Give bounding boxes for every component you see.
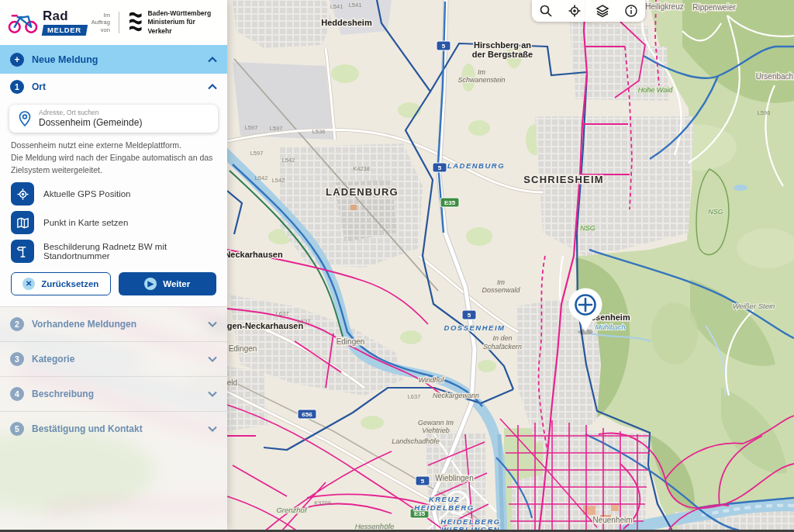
map-label: Ursenbach: [756, 72, 793, 81]
sidebar: Rad MELDER Im Auftrag von Baden-Württemb…: [0, 0, 227, 530]
radmelder-bike-logo-icon: [8, 10, 38, 35]
step-label: Vorhandene Meldungen: [32, 319, 136, 330]
x-circle-icon: ✕: [22, 278, 35, 290]
svg-text:656: 656: [302, 411, 312, 418]
step-number-badge: 3: [10, 352, 24, 366]
map-label: der Bergstraße: [472, 50, 533, 59]
set-point-on-map-action[interactable]: Punkt in Karte setzen: [11, 211, 216, 234]
next-button[interactable]: ▶ Weiter: [119, 272, 217, 295]
gps-target-icon: [11, 182, 34, 206]
search-value: Dossenheim (Gemeinde): [39, 117, 142, 129]
step-header-kategorie[interactable]: 3 Kategorie: [0, 341, 227, 376]
map-label: Dossenwald: [482, 286, 520, 294]
map-label: Im: [497, 278, 506, 286]
logo-badge: MELDER: [42, 25, 88, 36]
map-label: L637: [298, 318, 311, 325]
map-label: Rippenweier: [692, 3, 736, 12]
address-search-field[interactable]: Adresse, Ort suchen Dossenheim (Gemeinde…: [9, 105, 218, 133]
app-header: Rad MELDER Im Auftrag von Baden-Württemb…: [0, 0, 227, 45]
map-label: L541: [330, 3, 343, 10]
map-label: L597: [250, 150, 264, 157]
map-label: HEIDELBERG: [414, 503, 474, 512]
map-label: Grenzhof: [276, 506, 307, 514]
signpost-action[interactable]: Beschilderung Radnetz BW mit Standortnum…: [11, 240, 216, 263]
location-pin-icon: [17, 110, 33, 127]
map-label: Wieblingen: [435, 474, 473, 482]
reset-button[interactable]: ✕ Zurücksetzen: [11, 272, 111, 295]
chevron-up-icon: [208, 84, 217, 90]
step-label: Bestätigung und Kontakt: [32, 423, 143, 434]
map-label: KREUZ: [429, 495, 460, 503]
road-shield: 656: [298, 409, 316, 419]
step-number-badge: 2: [10, 317, 24, 331]
step-number-badge: 1: [10, 80, 24, 94]
map-label: LADENBURG: [447, 161, 505, 170]
road-shield: 5: [462, 310, 476, 320]
step-label: Ort: [32, 81, 46, 92]
map-label: Landschadhöfe: [392, 437, 440, 445]
map-label: Gewann Im: [418, 419, 454, 427]
step-header-vorhandene-meldungen[interactable]: 2 Vorhandene Meldungen: [0, 306, 227, 341]
map-label: LADENBURG: [326, 186, 399, 198]
svg-text:5: 5: [442, 43, 446, 50]
map-label: L536: [312, 128, 326, 135]
map-label: K4238: [353, 165, 370, 172]
map-label: DOSSENHEIM: [444, 323, 506, 332]
road-shield: 5: [437, 41, 451, 50]
map-label: Heddesheim: [321, 18, 372, 27]
map-label: L542: [282, 157, 295, 164]
step-header-bestaetigung-und-kontakt[interactable]: 5 Bestätigung und Kontakt: [0, 411, 227, 446]
chevron-down-icon: [208, 426, 217, 432]
reset-button-label: Zurücksetzen: [41, 279, 98, 288]
commission-text: Im Auftrag von: [91, 12, 110, 33]
chevron-down-icon: [208, 356, 217, 362]
map-label: Hohe Waid: [638, 86, 673, 94]
map-label: Hirschberg an: [474, 40, 531, 50]
map-label: L596: [758, 109, 771, 116]
map-label: L597: [270, 125, 283, 132]
layers-icon[interactable]: [594, 2, 611, 19]
logo-main: Rad: [43, 9, 87, 22]
gps-position-action[interactable]: Aktuelle GPS Position: [11, 182, 216, 206]
chevron-down-icon: [208, 391, 217, 397]
map-label: Schafäckern: [483, 343, 522, 351]
action-label: Aktuelle GPS Position: [43, 189, 131, 199]
signpost-icon: [11, 240, 34, 263]
map-label: SCHRIESHEIM: [523, 174, 604, 185]
bw-coat-of-arms-icon: [128, 11, 143, 34]
road-shield: E35: [440, 198, 459, 207]
action-label: Beschilderung Radnetz BW mit Standortnum…: [43, 242, 216, 261]
map-icon: [11, 211, 34, 234]
map-label: Neckargewann: [433, 392, 479, 399]
map-label: Viehtrieb: [422, 427, 449, 434]
map-label: L542: [272, 177, 285, 184]
info-icon[interactable]: [623, 2, 640, 19]
map-label: Im: [478, 68, 486, 76]
search-icon[interactable]: [537, 2, 554, 19]
new-report-header[interactable]: + Neue Meldung: [0, 45, 227, 74]
step-label: Beschreibung: [32, 389, 94, 399]
app-logo-text: Rad MELDER: [43, 9, 87, 36]
map-label: Mühlbach: [595, 323, 625, 331]
map-label: L637: [408, 393, 421, 400]
map-label: K9709: [314, 499, 331, 506]
map-label: NSG: [580, 224, 596, 232]
map-label: Neckarhausen: [224, 250, 282, 259]
locate-icon[interactable]: [566, 2, 583, 19]
svg-text:5: 5: [438, 164, 442, 171]
step-header-beschreibung[interactable]: 4 Beschreibung: [0, 376, 227, 411]
svg-text:E35: E35: [444, 199, 456, 206]
map-label: Edingen: [337, 337, 365, 346]
plus-circle-icon: +: [10, 53, 24, 67]
step-header-ort[interactable]: 1 Ort: [0, 74, 227, 100]
chevron-up-icon: [208, 57, 217, 63]
map-label: L541: [349, 2, 362, 9]
step-number-badge: 5: [10, 422, 24, 436]
external-platform-notice: Dossenheim nutzt eine externe Meldeplatt…: [11, 139, 216, 177]
map-label: Schwanenstein: [457, 76, 505, 84]
next-button-label: Weiter: [163, 279, 190, 288]
ministry-text: Baden-Württemberg Ministerium für Verkeh…: [147, 9, 219, 35]
road-shield: 5: [416, 476, 430, 485]
map-label: L542: [255, 174, 268, 181]
chevron-down-icon: [208, 321, 217, 327]
